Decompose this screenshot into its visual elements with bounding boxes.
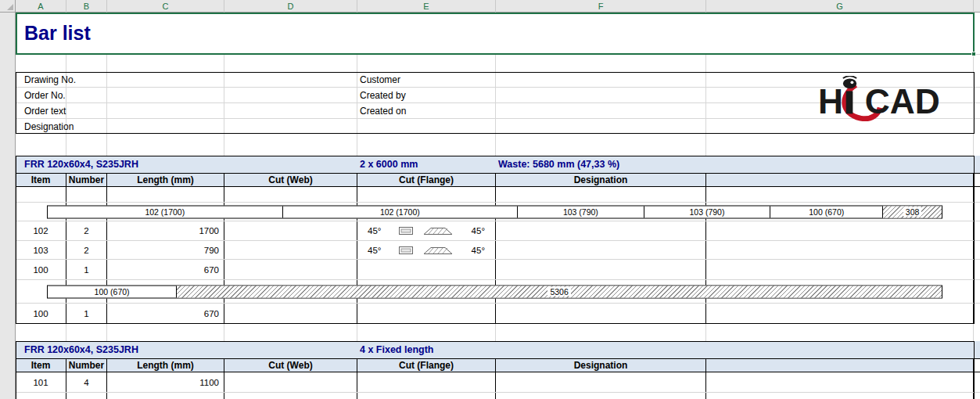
grid-cell[interactable]	[706, 260, 974, 279]
cell-item[interactable]: 100	[16, 304, 66, 324]
cell-number[interactable]: 4	[66, 372, 107, 392]
grid-cell[interactable]	[107, 187, 224, 202]
grid-cell[interactable]	[16, 134, 66, 156]
grid-cell[interactable]	[357, 134, 496, 156]
cell-cut-web[interactable]	[224, 241, 357, 259]
column-header-d[interactable]: D	[224, 0, 357, 13]
col-header-cut-flange[interactable]: Cut (Flange)	[357, 359, 496, 372]
grid-cell[interactable]	[66, 119, 107, 134]
cell-cut-flange[interactable]: 45° 45°	[357, 221, 496, 240]
grid-cell[interactable]	[107, 119, 224, 134]
cell-cut-flange[interactable]	[357, 372, 496, 392]
grid-cell[interactable]	[496, 134, 706, 156]
grid-cell[interactable]	[496, 187, 706, 202]
grid-cell[interactable]	[706, 372, 974, 392]
cell-item[interactable]: 103	[16, 241, 66, 259]
column-header-b[interactable]: B	[66, 0, 107, 13]
grid-cell[interactable]	[224, 88, 357, 102]
col-header-item[interactable]: Item	[16, 174, 66, 186]
section2-title[interactable]: FRR 120x60x4, S235JRH	[16, 341, 357, 358]
label-order-no[interactable]: Order No.	[16, 88, 66, 102]
cell-item[interactable]: 102	[16, 221, 66, 240]
cell-length[interactable]: 670	[107, 304, 224, 324]
grid-cell[interactable]	[66, 134, 107, 156]
cell-cut-flange[interactable]: 45° 45°	[357, 241, 496, 259]
column-header-f[interactable]: F	[496, 0, 706, 13]
cell-cut-web[interactable]	[224, 221, 357, 240]
col-header-cut-flange[interactable]: Cut (Flange)	[357, 174, 496, 186]
col-header-extra[interactable]	[706, 174, 974, 186]
grid-cell[interactable]	[16, 393, 66, 399]
grid-cell[interactable]	[224, 324, 357, 341]
cell-cut-flange[interactable]	[357, 304, 496, 324]
grid-cell[interactable]	[66, 324, 107, 341]
label-order-text[interactable]: Order text	[16, 103, 66, 118]
grid-cell[interactable]	[706, 55, 974, 72]
col-header-designation[interactable]: Designation	[496, 174, 706, 186]
cell-number[interactable]: 2	[66, 221, 107, 240]
grid-cell[interactable]	[706, 221, 974, 240]
grid-cell[interactable]	[224, 134, 357, 156]
grid-cell[interactable]	[706, 241, 974, 259]
section2-stock-size[interactable]: 4 x Fixed length	[357, 341, 496, 358]
grid-cell[interactable]	[224, 55, 357, 72]
grid-cell[interactable]	[357, 119, 496, 134]
cell-length[interactable]: 790	[107, 241, 224, 259]
label-customer[interactable]: Customer	[357, 72, 496, 87]
grid-cell[interactable]	[66, 393, 107, 399]
grid-cell[interactable]	[706, 134, 974, 156]
grid-cell[interactable]	[706, 304, 974, 324]
grid-cell[interactable]	[224, 103, 357, 118]
grid-cell[interactable]	[357, 55, 496, 72]
section1-title[interactable]: FRR 120x60x4, S235JRH	[16, 156, 357, 173]
grid-cell[interactable]	[706, 393, 974, 399]
grid-cell[interactable]	[496, 324, 706, 341]
column-header-g[interactable]: G	[706, 0, 974, 13]
grid-cell[interactable]	[357, 324, 496, 341]
col-header-number[interactable]: Number	[66, 174, 107, 186]
col-header-length[interactable]: Length (mm)	[107, 174, 224, 186]
cell-length[interactable]: 670	[107, 260, 224, 279]
label-designation[interactable]: Designation	[16, 119, 66, 134]
column-header-e[interactable]: E	[357, 0, 496, 13]
col-header-length[interactable]: Length (mm)	[107, 359, 224, 372]
cell-item[interactable]: 100	[16, 260, 66, 279]
grid-cell[interactable]	[16, 324, 66, 341]
grid-cell[interactable]	[496, 341, 974, 358]
grid-cell[interactable]	[66, 88, 107, 102]
grid-cell[interactable]	[496, 119, 706, 134]
grid-cell[interactable]	[66, 72, 107, 87]
col-header-number[interactable]: Number	[66, 359, 107, 372]
grid-cell[interactable]	[107, 324, 224, 341]
grid-cell[interactable]	[496, 103, 706, 118]
grid-cell[interactable]	[16, 187, 66, 202]
grid-cell[interactable]	[66, 55, 107, 72]
col-header-extra[interactable]	[706, 359, 974, 372]
col-header-designation[interactable]: Designation	[496, 359, 706, 372]
grid-cell[interactable]	[107, 134, 224, 156]
grid-cell[interactable]	[107, 88, 224, 102]
cell-item[interactable]: 101	[16, 372, 66, 392]
cell-number[interactable]: 1	[66, 260, 107, 279]
cell-cut-web[interactable]	[224, 260, 357, 279]
page-title[interactable]: Bar list	[16, 13, 980, 54]
grid-cell[interactable]	[357, 187, 496, 202]
grid-cell[interactable]	[107, 55, 224, 72]
column-header-a[interactable]: A	[16, 0, 66, 13]
grid-cell[interactable]	[66, 103, 107, 118]
cell-length[interactable]: 1100	[107, 372, 224, 392]
grid-cell[interactable]	[224, 187, 357, 202]
grid-cell[interactable]	[706, 187, 974, 202]
cell-cut-web[interactable]	[224, 372, 357, 392]
col-header-item[interactable]: Item	[16, 359, 66, 372]
label-drawing-no[interactable]: Drawing No.	[16, 72, 66, 87]
label-created-by[interactable]: Created by	[357, 88, 496, 102]
col-header-cut-web[interactable]: Cut (Web)	[224, 359, 357, 372]
column-header-c[interactable]: C	[107, 0, 224, 13]
grid-cell[interactable]	[357, 393, 496, 399]
cell-cut-flange[interactable]	[357, 260, 496, 279]
grid-cell[interactable]	[496, 393, 706, 399]
cell-cut-web[interactable]	[224, 304, 357, 324]
grid-cell[interactable]	[496, 55, 706, 72]
label-created-on[interactable]: Created on	[357, 103, 496, 118]
